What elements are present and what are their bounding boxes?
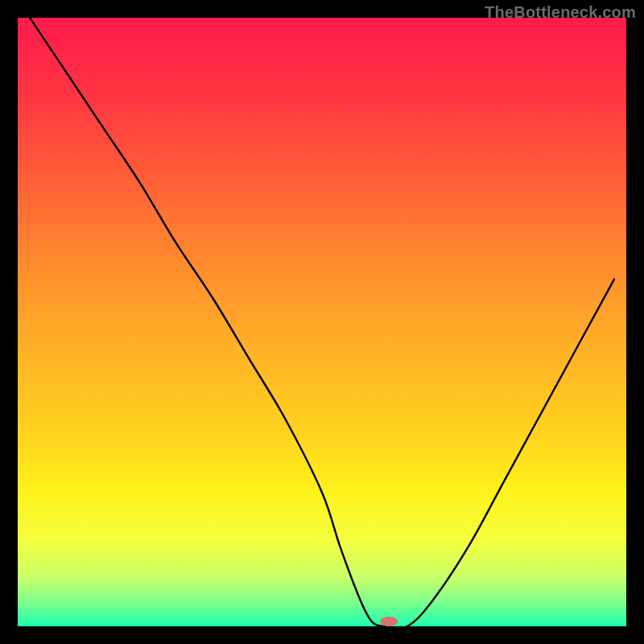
watermark-text: TheBottleneck.com bbox=[485, 3, 636, 22]
optimum-marker bbox=[380, 617, 398, 626]
chart-svg bbox=[18, 18, 626, 626]
gradient-background bbox=[18, 18, 626, 626]
chart-frame: TheBottleneck.com bbox=[0, 0, 644, 644]
plot-area bbox=[18, 18, 626, 626]
